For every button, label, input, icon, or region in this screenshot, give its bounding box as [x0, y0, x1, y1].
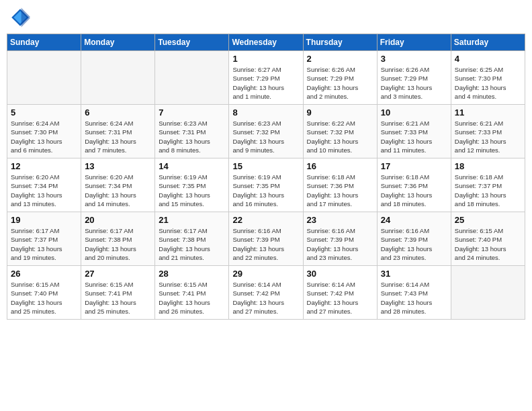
calendar-body: 1Sunrise: 6:27 AM Sunset: 7:29 PM Daylig… — [7, 51, 525, 320]
day-number: 5 — [11, 107, 77, 118]
day-number: 1 — [232, 54, 299, 64]
day-number: 14 — [159, 161, 225, 171]
day-info: Sunrise: 6:15 AM Sunset: 7:41 PM Dayligh… — [85, 280, 151, 316]
day-header-saturday: Saturday — [451, 34, 525, 51]
day-info: Sunrise: 6:26 AM Sunset: 7:29 PM Dayligh… — [381, 65, 447, 101]
page-header — [7, 7, 525, 28]
calendar-header-row: SundayMondayTuesdayWednesdayThursdayFrid… — [7, 34, 525, 51]
calendar-cell: 28Sunrise: 6:15 AM Sunset: 7:41 PM Dayli… — [155, 266, 229, 320]
day-info: Sunrise: 6:23 AM Sunset: 7:31 PM Dayligh… — [159, 119, 225, 154]
day-number: 19 — [11, 215, 77, 225]
day-number: 6 — [85, 107, 151, 118]
calendar-cell: 10Sunrise: 6:21 AM Sunset: 7:33 PM Dayli… — [377, 105, 451, 158]
day-number: 8 — [232, 107, 299, 118]
day-info: Sunrise: 6:26 AM Sunset: 7:29 PM Dayligh… — [307, 65, 373, 101]
day-number: 30 — [307, 269, 373, 279]
calendar-cell: 19Sunrise: 6:17 AM Sunset: 7:37 PM Dayli… — [7, 212, 81, 266]
day-header-friday: Friday — [377, 34, 451, 51]
day-number: 20 — [85, 215, 151, 225]
day-number: 9 — [307, 107, 373, 118]
day-header-monday: Monday — [81, 34, 155, 51]
day-info: Sunrise: 6:15 AM Sunset: 7:40 PM Dayligh… — [11, 280, 77, 316]
day-info: Sunrise: 6:24 AM Sunset: 7:31 PM Dayligh… — [85, 119, 151, 154]
calendar-week-1: 1Sunrise: 6:27 AM Sunset: 7:29 PM Daylig… — [7, 51, 525, 105]
day-info: Sunrise: 6:15 AM Sunset: 7:40 PM Dayligh… — [455, 226, 521, 262]
calendar-cell: 6Sunrise: 6:24 AM Sunset: 7:31 PM Daylig… — [81, 105, 155, 158]
day-info: Sunrise: 6:17 AM Sunset: 7:37 PM Dayligh… — [11, 226, 77, 262]
day-info: Sunrise: 6:19 AM Sunset: 7:35 PM Dayligh… — [232, 173, 299, 208]
day-number: 17 — [381, 161, 447, 171]
calendar-cell — [7, 51, 81, 105]
calendar-cell: 1Sunrise: 6:27 AM Sunset: 7:29 PM Daylig… — [229, 51, 303, 105]
day-number: 2 — [307, 54, 373, 64]
day-info: Sunrise: 6:17 AM Sunset: 7:38 PM Dayligh… — [85, 226, 151, 262]
calendar-cell: 15Sunrise: 6:19 AM Sunset: 7:35 PM Dayli… — [229, 158, 303, 212]
calendar-cell: 22Sunrise: 6:16 AM Sunset: 7:39 PM Dayli… — [229, 212, 303, 266]
day-info: Sunrise: 6:14 AM Sunset: 7:42 PM Dayligh… — [232, 280, 299, 316]
day-info: Sunrise: 6:14 AM Sunset: 7:42 PM Dayligh… — [307, 280, 373, 316]
day-number: 22 — [232, 215, 299, 225]
calendar-cell: 2Sunrise: 6:26 AM Sunset: 7:29 PM Daylig… — [303, 51, 377, 105]
calendar-cell: 29Sunrise: 6:14 AM Sunset: 7:42 PM Dayli… — [229, 266, 303, 320]
calendar-table: SundayMondayTuesdayWednesdayThursdayFrid… — [7, 34, 525, 320]
calendar-week-3: 12Sunrise: 6:20 AM Sunset: 7:34 PM Dayli… — [7, 158, 525, 212]
calendar-week-2: 5Sunrise: 6:24 AM Sunset: 7:30 PM Daylig… — [7, 105, 525, 158]
calendar-cell: 21Sunrise: 6:17 AM Sunset: 7:38 PM Dayli… — [155, 212, 229, 266]
day-info: Sunrise: 6:18 AM Sunset: 7:37 PM Dayligh… — [455, 173, 521, 208]
calendar-cell: 5Sunrise: 6:24 AM Sunset: 7:30 PM Daylig… — [7, 105, 81, 158]
day-info: Sunrise: 6:19 AM Sunset: 7:35 PM Dayligh… — [159, 173, 225, 208]
calendar-cell: 4Sunrise: 6:25 AM Sunset: 7:30 PM Daylig… — [451, 51, 525, 105]
day-info: Sunrise: 6:18 AM Sunset: 7:36 PM Dayligh… — [381, 173, 447, 208]
day-info: Sunrise: 6:21 AM Sunset: 7:33 PM Dayligh… — [381, 119, 447, 154]
calendar-cell: 11Sunrise: 6:21 AM Sunset: 7:33 PM Dayli… — [451, 105, 525, 158]
calendar-cell — [451, 266, 525, 320]
calendar-cell: 3Sunrise: 6:26 AM Sunset: 7:29 PM Daylig… — [377, 51, 451, 105]
day-info: Sunrise: 6:15 AM Sunset: 7:41 PM Dayligh… — [159, 280, 225, 316]
day-number: 4 — [455, 54, 521, 64]
calendar-cell: 23Sunrise: 6:16 AM Sunset: 7:39 PM Dayli… — [303, 212, 377, 266]
day-info: Sunrise: 6:23 AM Sunset: 7:32 PM Dayligh… — [232, 119, 299, 154]
calendar-cell: 20Sunrise: 6:17 AM Sunset: 7:38 PM Dayli… — [81, 212, 155, 266]
day-number: 15 — [232, 161, 299, 171]
day-info: Sunrise: 6:21 AM Sunset: 7:33 PM Dayligh… — [455, 119, 521, 154]
day-number: 10 — [381, 107, 447, 118]
calendar-cell: 18Sunrise: 6:18 AM Sunset: 7:37 PM Dayli… — [451, 158, 525, 212]
calendar-cell: 24Sunrise: 6:16 AM Sunset: 7:39 PM Dayli… — [377, 212, 451, 266]
calendar-cell: 8Sunrise: 6:23 AM Sunset: 7:32 PM Daylig… — [229, 105, 303, 158]
day-info: Sunrise: 6:27 AM Sunset: 7:29 PM Dayligh… — [232, 65, 299, 101]
calendar-cell: 13Sunrise: 6:20 AM Sunset: 7:34 PM Dayli… — [81, 158, 155, 212]
calendar-cell: 30Sunrise: 6:14 AM Sunset: 7:42 PM Dayli… — [303, 266, 377, 320]
calendar-week-5: 26Sunrise: 6:15 AM Sunset: 7:40 PM Dayli… — [7, 266, 525, 320]
calendar-cell: 26Sunrise: 6:15 AM Sunset: 7:40 PM Dayli… — [7, 266, 81, 320]
day-number: 27 — [85, 269, 151, 279]
calendar-week-4: 19Sunrise: 6:17 AM Sunset: 7:37 PM Dayli… — [7, 212, 525, 266]
day-header-tuesday: Tuesday — [155, 34, 229, 51]
day-header-sunday: Sunday — [7, 34, 81, 51]
day-info: Sunrise: 6:20 AM Sunset: 7:34 PM Dayligh… — [11, 173, 77, 208]
day-info: Sunrise: 6:20 AM Sunset: 7:34 PM Dayligh… — [85, 173, 151, 208]
calendar-cell: 16Sunrise: 6:18 AM Sunset: 7:36 PM Dayli… — [303, 158, 377, 212]
day-info: Sunrise: 6:24 AM Sunset: 7:30 PM Dayligh… — [11, 119, 77, 154]
calendar-cell: 7Sunrise: 6:23 AM Sunset: 7:31 PM Daylig… — [155, 105, 229, 158]
day-number: 28 — [159, 269, 225, 279]
logo-icon — [9, 7, 31, 28]
calendar-cell — [155, 51, 229, 105]
day-number: 18 — [455, 161, 521, 171]
calendar-cell: 31Sunrise: 6:14 AM Sunset: 7:43 PM Dayli… — [377, 266, 451, 320]
day-info: Sunrise: 6:17 AM Sunset: 7:38 PM Dayligh… — [159, 226, 225, 262]
calendar-cell — [81, 51, 155, 105]
day-info: Sunrise: 6:16 AM Sunset: 7:39 PM Dayligh… — [307, 226, 373, 262]
day-info: Sunrise: 6:25 AM Sunset: 7:30 PM Dayligh… — [455, 65, 521, 101]
day-number: 16 — [307, 161, 373, 171]
day-number: 13 — [85, 161, 151, 171]
calendar-cell: 14Sunrise: 6:19 AM Sunset: 7:35 PM Dayli… — [155, 158, 229, 212]
calendar-cell: 9Sunrise: 6:22 AM Sunset: 7:32 PM Daylig… — [303, 105, 377, 158]
day-header-thursday: Thursday — [303, 34, 377, 51]
day-info: Sunrise: 6:22 AM Sunset: 7:32 PM Dayligh… — [307, 119, 373, 154]
svg-marker-2 — [21, 8, 30, 28]
day-number: 7 — [159, 107, 225, 118]
day-number: 11 — [455, 107, 521, 118]
calendar-cell: 27Sunrise: 6:15 AM Sunset: 7:41 PM Dayli… — [81, 266, 155, 320]
day-number: 21 — [159, 215, 225, 225]
day-info: Sunrise: 6:16 AM Sunset: 7:39 PM Dayligh… — [381, 226, 447, 262]
